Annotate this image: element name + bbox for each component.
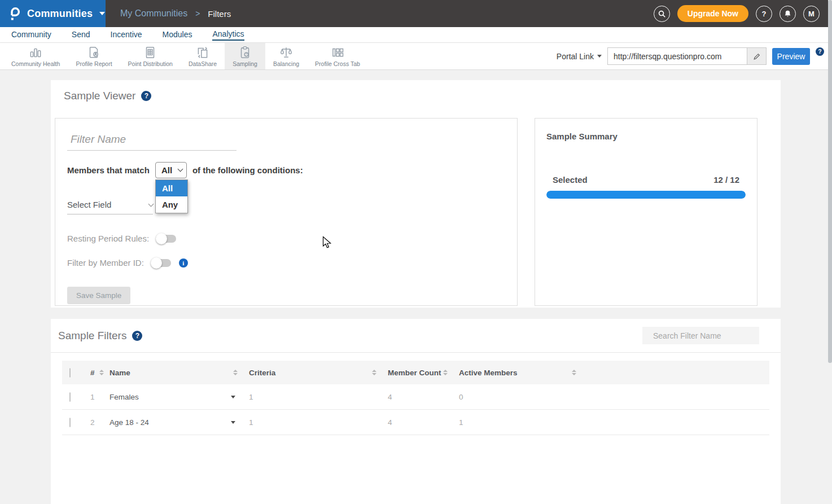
portal-link-label: Portal Link xyxy=(557,52,594,61)
sample-summary-panel: Sample Summary Selected 12 / 12 xyxy=(535,118,757,306)
sample-viewer-title: Sample Viewer xyxy=(64,90,135,102)
toolbar-label: Sampling xyxy=(233,60,257,67)
row-actions-dropdown[interactable] xyxy=(231,396,235,398)
search-filter-input[interactable] xyxy=(653,331,755,340)
filter-name: Females xyxy=(110,393,139,401)
column-header-name: Name xyxy=(110,369,130,377)
toolbar-item-point-distribution[interactable]: Point Distribution xyxy=(120,43,181,69)
portal-url-group xyxy=(607,47,767,65)
breadcrumb-parent[interactable]: My Communities xyxy=(120,8,187,19)
svg-text:?: ? xyxy=(246,52,247,56)
toolbar-item-profile-cross-tab[interactable]: Profile Cross Tab xyxy=(307,43,368,69)
avatar[interactable]: M xyxy=(803,6,820,22)
breadcrumb-current: Filters xyxy=(208,9,231,19)
match-suffix-label: of the following conditions: xyxy=(192,165,303,175)
sample-filters-help-icon[interactable]: ? xyxy=(132,331,142,341)
sort-criteria-control[interactable] xyxy=(372,370,376,375)
nav-item-modules[interactable]: Modules xyxy=(163,30,192,40)
sampling-icon: ? xyxy=(238,45,252,60)
help-button[interactable]: ? xyxy=(756,6,772,22)
sample-filters-title: Sample Filters xyxy=(58,330,126,342)
sort-member-count-control[interactable] xyxy=(443,370,448,375)
member-id-toggle[interactable] xyxy=(152,259,171,267)
nav-item-send[interactable]: Send xyxy=(72,30,90,40)
toolbar-label: Point Distribution xyxy=(128,60,173,67)
balancing-scales-icon xyxy=(279,45,294,60)
product-switcher[interactable]: Communities xyxy=(0,0,106,27)
match-option-all[interactable]: All xyxy=(156,180,187,196)
sample-filters-table: # Name Criteria Member Count Active Memb… xyxy=(62,361,769,435)
bell-icon xyxy=(783,10,792,18)
sort-name-control[interactable] xyxy=(233,370,238,375)
nav-item-analytics[interactable]: Analytics xyxy=(212,29,244,41)
member-id-row: Filter by Member ID: i xyxy=(67,258,517,268)
sort-num-control[interactable] xyxy=(99,370,104,375)
profile-report-icon xyxy=(86,45,101,60)
chevron-down-icon xyxy=(177,166,183,172)
select-all-checkbox[interactable] xyxy=(69,368,71,378)
info-icon[interactable]: i xyxy=(179,258,188,268)
nav-item-community[interactable]: Community xyxy=(11,30,51,40)
datashare-icon xyxy=(195,45,210,60)
selected-progress-bar xyxy=(546,191,746,199)
top-bar: Communities My Communities > Filters Upg… xyxy=(0,0,832,27)
main-nav: Community Send Incentive Modules Analyti… xyxy=(0,27,832,43)
preview-button[interactable]: Preview xyxy=(772,48,810,65)
sample-viewer-help-icon[interactable]: ? xyxy=(141,91,151,101)
analytics-toolbar: Community Health Profile Report Point Di… xyxy=(0,43,832,70)
toolbar-label: Profile Cross Tab xyxy=(315,60,360,67)
selected-label: Selected xyxy=(553,175,588,185)
member-count-value: 4 xyxy=(388,393,459,401)
column-header-member-count: Member Count xyxy=(388,369,441,377)
selected-count: 12 / 12 xyxy=(713,175,739,185)
filter-name: Age 18 - 24 xyxy=(110,418,149,427)
upgrade-now-button[interactable]: Upgrade Now xyxy=(677,5,748,22)
sort-active-members-control[interactable] xyxy=(572,370,576,375)
resting-period-label: Resting Period Rules: xyxy=(67,234,149,243)
toolbar-item-balancing[interactable]: Balancing xyxy=(265,43,307,69)
search-button[interactable] xyxy=(654,6,670,22)
sample-filter-form: Members that match All All Any of the fo… xyxy=(55,118,518,306)
pencil-icon xyxy=(753,52,761,60)
top-actions: Upgrade Now ? M xyxy=(654,0,832,27)
scrollbar-track[interactable] xyxy=(828,0,832,504)
resting-period-row: Resting Period Rules: xyxy=(67,234,517,243)
summary-progress-fill xyxy=(546,191,746,199)
filter-name-input[interactable] xyxy=(67,132,237,151)
portal-url-input[interactable] xyxy=(608,48,747,64)
match-option-any[interactable]: Any xyxy=(156,196,187,213)
notifications-button[interactable] xyxy=(780,6,796,22)
save-sample-button[interactable]: Save Sample xyxy=(67,287,130,304)
row-number: 1 xyxy=(90,393,110,401)
toolbar-item-community-health[interactable]: Community Health xyxy=(3,43,68,69)
toolbar-item-sampling[interactable]: ? Sampling xyxy=(225,43,265,69)
chevron-down-icon xyxy=(597,55,602,58)
toggle-knob xyxy=(151,257,162,269)
select-field-dropdown[interactable]: Select Field xyxy=(67,200,153,214)
row-actions-dropdown[interactable] xyxy=(231,421,235,424)
portal-link-dropdown[interactable]: Portal Link xyxy=(557,52,602,61)
toolbar-item-profile-report[interactable]: Profile Report xyxy=(68,43,120,69)
select-field-label: Select Field xyxy=(67,200,111,209)
toolbar-item-datashare[interactable]: DataShare xyxy=(181,43,225,69)
chevron-down-icon xyxy=(99,12,105,15)
scrollbar-thumb[interactable] xyxy=(828,0,832,363)
toolbar-help-icon[interactable]: ? xyxy=(816,47,824,56)
sample-viewer-card: Sample Viewer ? Members that match All A… xyxy=(51,80,781,308)
match-prefix-label: Members that match xyxy=(67,165,150,175)
column-header-num: # xyxy=(90,369,95,377)
edit-url-button[interactable] xyxy=(747,48,766,64)
page-content: Sample Viewer ? Members that match All A… xyxy=(0,70,832,504)
breadcrumb-separator: > xyxy=(195,9,200,18)
row-checkbox[interactable] xyxy=(69,392,71,402)
nav-item-incentive[interactable]: Incentive xyxy=(111,30,142,40)
table-row: 2 Age 18 - 24 1 4 1 xyxy=(62,410,769,435)
row-checkbox[interactable] xyxy=(69,418,71,427)
toolbar-right: Portal Link Preview ? xyxy=(557,43,832,69)
toolbar-label: Community Health xyxy=(11,60,60,67)
match-select[interactable]: All xyxy=(155,162,187,178)
filter-search-box xyxy=(642,327,759,344)
column-header-active-members: Active Members xyxy=(459,369,518,377)
resting-period-toggle[interactable] xyxy=(157,235,176,243)
profile-cross-tab-icon xyxy=(330,45,345,60)
